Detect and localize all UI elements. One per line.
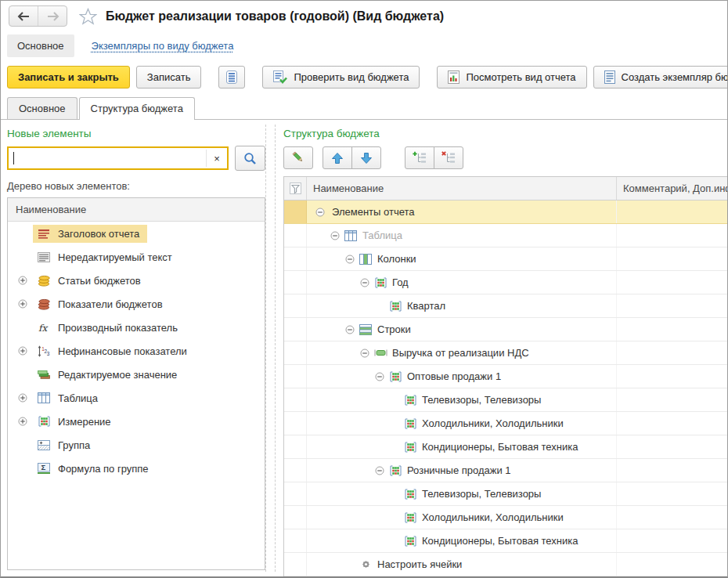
list-item-body[interactable]: ΣФормула по группе <box>33 460 157 478</box>
expander-plus-icon[interactable] <box>18 393 33 403</box>
list-item-body[interactable]: Таблица <box>33 389 106 407</box>
row-name-cell[interactable]: Кондиционеры, Бытовая техника <box>307 529 617 552</box>
move-up-button[interactable] <box>323 146 352 169</box>
row-selector-cell[interactable] <box>284 412 307 435</box>
back-button[interactable] <box>9 6 38 26</box>
search-input[interactable] <box>14 148 206 168</box>
expander-plus-icon[interactable] <box>18 346 33 356</box>
add-level-button[interactable] <box>405 146 434 169</box>
tree-row[interactable]: Квартал <box>284 294 727 318</box>
row-comment-cell[interactable] <box>617 529 727 552</box>
row-selector-cell[interactable] <box>284 506 307 529</box>
row-comment-cell[interactable] <box>617 294 727 317</box>
row-comment-cell[interactable] <box>617 200 727 223</box>
list-item[interactable]: 123Нефинансовые показатели <box>8 339 265 363</box>
tree-row[interactable]: Розничные продажи 1 <box>284 459 727 482</box>
expander-minus-icon[interactable] <box>344 325 355 334</box>
tree-row[interactable]: Холодильники, Холодильники <box>284 506 727 529</box>
expander-minus-icon[interactable] <box>359 278 370 287</box>
forward-button[interactable] <box>38 6 67 26</box>
row-selector-cell[interactable] <box>284 553 307 576</box>
list-item-body[interactable]: 123Нефинансовые показатели <box>33 342 195 360</box>
row-comment-cell[interactable] <box>617 459 727 482</box>
expander-plus-icon[interactable] <box>18 417 33 426</box>
list-item[interactable]: Показатели бюджетов <box>8 292 265 316</box>
row-name-cell[interactable]: Таблица <box>307 224 617 247</box>
row-selector-cell[interactable] <box>284 294 307 317</box>
list-item-body[interactable]: fxПроизводный показатель <box>33 319 186 337</box>
row-name-cell[interactable]: Выручка от реализации НДС <box>307 341 617 364</box>
list-item-body[interactable]: Показатели бюджетов <box>33 295 171 313</box>
clear-search-button[interactable]: × <box>206 150 227 167</box>
tree-row[interactable]: Выручка от реализации НДС <box>284 341 727 365</box>
list-item-body[interactable]: Заголовок отчета <box>33 225 147 243</box>
tree-row[interactable]: Кондиционеры, Бытовая техника <box>284 435 727 459</box>
expander-plus-icon[interactable] <box>18 299 33 309</box>
expander-plus-icon[interactable] <box>18 276 33 285</box>
list-item[interactable]: ΣФормула по группе <box>8 457 265 480</box>
tree-row[interactable]: Настроить ячейки <box>284 553 727 576</box>
row-name-cell[interactable]: Телевизоры, Телевизоры <box>307 388 617 411</box>
row-comment-cell[interactable] <box>617 412 727 435</box>
search-button[interactable] <box>235 146 265 171</box>
list-item[interactable]: fxПроизводный показатель <box>8 316 265 339</box>
check-budget-button[interactable]: Проверить вид бюджета <box>262 66 420 89</box>
row-comment-cell[interactable] <box>617 341 727 364</box>
row-selector-cell[interactable] <box>284 247 307 270</box>
row-comment-cell[interactable] <box>617 271 727 294</box>
selector-column-header[interactable] <box>284 177 307 200</box>
favorite-button[interactable] <box>79 8 97 25</box>
edit-button[interactable] <box>283 146 313 169</box>
save-button[interactable]: Записать <box>136 66 202 89</box>
row-name-cell[interactable]: Квартал <box>307 294 617 317</box>
column-header-name[interactable]: Наименование <box>307 177 617 200</box>
view-report-button[interactable]: Посмотреть вид отчета <box>437 66 586 89</box>
row-selector-cell[interactable] <box>284 200 307 223</box>
tree-row[interactable]: Телевизоры, Телевизоры <box>284 482 727 506</box>
row-name-cell[interactable]: Настроить ячейки <box>307 553 617 576</box>
list-item[interactable]: Заголовок отчета <box>8 222 265 245</box>
row-comment-cell[interactable] <box>617 482 727 505</box>
expander-minus-icon[interactable] <box>315 208 326 217</box>
save-close-button[interactable]: Записать и закрыть <box>7 66 130 89</box>
row-comment-cell[interactable] <box>617 247 727 270</box>
tree-row[interactable]: Колонки <box>284 247 727 271</box>
left-column-header[interactable]: Наименование <box>8 198 265 222</box>
row-name-cell[interactable]: Колонки <box>307 247 617 270</box>
list-item[interactable]: Таблица <box>8 386 265 410</box>
tab-main[interactable]: Основное <box>7 97 77 119</box>
row-selector-cell[interactable] <box>284 365 307 388</box>
list-item-body[interactable]: Статьи бюджетов <box>33 272 149 290</box>
row-name-cell[interactable]: Элементы отчета <box>307 200 617 223</box>
row-selector-cell[interactable] <box>284 318 307 341</box>
expander-minus-icon[interactable] <box>374 372 385 381</box>
row-name-cell[interactable]: Холодильники, Холодильники <box>307 412 617 435</box>
list-item[interactable]: Измерение <box>8 410 265 433</box>
tree-row[interactable]: Строки <box>284 318 727 341</box>
tree-row[interactable]: Телевизоры, Телевизоры <box>284 388 727 412</box>
remove-level-button[interactable] <box>434 146 463 169</box>
column-header-comment[interactable]: Комментарий, Доп.инф <box>617 177 727 200</box>
nav-instances-link[interactable]: Экземпляры по виду бюджета <box>92 40 234 52</box>
tree-row[interactable]: Год <box>284 271 727 294</box>
row-selector-cell[interactable] <box>284 529 307 552</box>
row-name-cell[interactable]: Оптовые продажи 1 <box>307 365 617 388</box>
list-item[interactable]: Статьи бюджетов <box>8 269 265 292</box>
list-item-body[interactable]: Группа <box>33 436 98 454</box>
row-selector-cell[interactable] <box>284 482 307 505</box>
row-selector-cell[interactable] <box>284 435 307 458</box>
tab-budget-structure[interactable]: Структура бюджета <box>79 97 195 120</box>
create-instance-button[interactable]: Создать экземпляр бюджета <box>593 66 728 89</box>
row-comment-cell[interactable] <box>617 224 727 247</box>
row-selector-cell[interactable] <box>284 224 307 247</box>
row-name-cell[interactable]: Розничные продажи 1 <box>307 459 617 482</box>
row-comment-cell[interactable] <box>617 388 727 411</box>
row-comment-cell[interactable] <box>617 365 727 388</box>
list-item-body[interactable]: Редактируемое значение <box>33 366 185 384</box>
panel-splitter[interactable] <box>265 125 276 572</box>
tree-row[interactable]: Элементы отчета <box>284 200 727 224</box>
row-name-cell[interactable]: Холодильники, Холодильники <box>307 506 617 529</box>
row-comment-cell[interactable] <box>617 506 727 529</box>
list-item-body[interactable]: Измерение <box>33 413 119 431</box>
expander-minus-icon[interactable] <box>344 255 355 264</box>
